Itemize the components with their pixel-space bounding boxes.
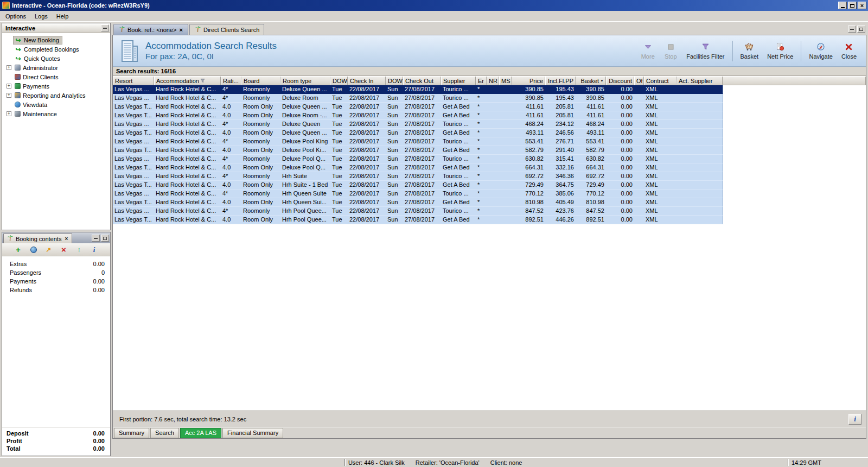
maximize-button[interactable] — [848, 2, 857, 9]
table-row[interactable]: Las Vegas ...Hard Rock Hotel & C...4*Roo… — [113, 155, 723, 163]
cell-contract: XML — [644, 120, 676, 128]
column-header-basket[interactable]: Basket▼ — [576, 77, 606, 85]
booking-summary-label: Deposit — [7, 430, 28, 437]
minimize-document-button[interactable] — [848, 26, 856, 33]
sidebar-item-completed-bookings[interactable]: ↪Completed Bookings — [3, 45, 109, 54]
promote-icon[interactable]: ↑ — [74, 245, 84, 254]
table-row[interactable]: Las Vegas ...Hard Rock Hotel & C...4*Roo… — [113, 172, 723, 181]
sidebar-item-quick-quotes[interactable]: ↪Quick Quotes — [3, 54, 109, 63]
column-header-check-in[interactable]: Check In — [348, 77, 386, 85]
table-row[interactable]: Las Vegas ...Hard Rock Hotel & C...4*Roo… — [113, 94, 723, 103]
cell-dow: Sun — [386, 103, 403, 111]
view-tab-acc-2a-las[interactable]: Acc 2A LAS — [180, 428, 221, 438]
column-header-check-out[interactable]: Check Out — [403, 77, 441, 85]
column-header-incl-fl-pp[interactable]: Incl.Fl.PP — [545, 77, 576, 85]
menu-options[interactable]: Options — [1, 12, 30, 21]
cell-resort: Las Vegas ... — [113, 85, 154, 93]
restore-booking-panel-button[interactable] — [101, 235, 109, 242]
cell-contract: XML — [644, 198, 676, 206]
table-row[interactable]: Las Vegas T...Hard Rock Hotel & C...4.0R… — [113, 216, 723, 224]
close-booking-panel-icon[interactable]: × — [63, 236, 69, 242]
table-row[interactable]: Las Vegas T...Hard Rock Hotel & C...4.0R… — [113, 111, 723, 120]
column-header-dow[interactable]: DOW — [330, 77, 348, 85]
view-tab-summary[interactable]: Summary — [114, 428, 149, 438]
add-icon[interactable]: + — [14, 245, 23, 254]
info-button[interactable]: i — [848, 414, 861, 425]
cell-incl-fl-pp: 385.06 — [545, 190, 576, 198]
cell-discount: 0.00 — [606, 120, 634, 128]
tab-booking-contents[interactable]: Booking contents × — [3, 234, 72, 243]
column-header-nr[interactable]: NR — [487, 77, 499, 85]
column-header-of[interactable]: Of — [634, 77, 644, 85]
sidebar-item-viewdata[interactable]: Viewdata — [3, 100, 109, 109]
toolbar-button-label: Close — [841, 53, 857, 60]
basket-button[interactable]: Basket — [737, 39, 763, 64]
column-header-ms[interactable]: MS — [499, 77, 512, 85]
navigate-button[interactable]: Navigate — [805, 39, 836, 64]
table-row[interactable]: Las Vegas ...Hard Rock Hotel & C...4*Roo… — [113, 207, 723, 216]
table-row[interactable]: Las Vegas ...Hard Rock Hotel & C...4*Roo… — [113, 120, 723, 129]
table-row[interactable]: Las Vegas ...Hard Rock Hotel & C...4*Roo… — [113, 137, 723, 146]
column-header-accommodation[interactable]: Accommodation — [154, 77, 221, 85]
sidebar-item-reporting-and-analytics[interactable]: +Reporting and Analytics — [3, 91, 109, 100]
cell-ms — [499, 181, 512, 189]
column-header-supplier[interactable]: Supplier — [441, 77, 476, 85]
collapse-panel-button[interactable] — [101, 24, 109, 31]
view-tab-search[interactable]: Search — [150, 428, 179, 438]
cell-check-out: 27/08/2017 — [403, 111, 441, 119]
sidebar-item-maintenance[interactable]: +Maintenance — [3, 109, 109, 118]
table-row[interactable]: Las Vegas T...Hard Rock Hotel & C...4.0R… — [113, 146, 723, 155]
column-header-price[interactable]: Price — [512, 77, 545, 85]
column-header-contract[interactable]: Contract — [644, 77, 676, 85]
table-row[interactable]: Las Vegas T...Hard Rock Hotel & C...4.0R… — [113, 198, 723, 207]
restore-document-button[interactable] — [857, 26, 865, 33]
filter-icon[interactable] — [200, 78, 205, 84]
cell-check-out: 27/08/2017 — [403, 120, 441, 128]
minimize-button[interactable] — [838, 2, 847, 9]
table-row[interactable]: Las Vegas T...Hard Rock Hotel & C...4.0R… — [113, 181, 723, 190]
minimize-booking-panel-button[interactable] — [92, 235, 100, 242]
menu-logs[interactable]: Logs — [30, 12, 52, 21]
cell-accommodation: Hard Rock Hotel & C... — [154, 190, 221, 198]
column-header-board[interactable]: Board — [241, 77, 280, 85]
close-tab-icon[interactable]: × — [179, 27, 183, 33]
column-header-room-type[interactable]: Room type — [280, 77, 330, 85]
table-row[interactable]: Las Vegas T...Hard Rock Hotel & C...4.0R… — [113, 163, 723, 172]
expand-icon[interactable]: + — [7, 111, 11, 116]
close-window-button[interactable]: × — [858, 2, 866, 9]
world-icon[interactable] — [29, 245, 39, 254]
column-header-act-supplier[interactable]: Act. Supplier — [676, 77, 723, 85]
nett-price-button[interactable]: Nett Price — [763, 39, 797, 64]
table-row[interactable]: Las Vegas ...Hard Rock Hotel & C...4*Roo… — [113, 190, 723, 198]
search-status-row: First portion: 7.6 sec, total search tim… — [113, 411, 866, 427]
sidebar-item-new-booking[interactable]: ↪New Booking — [3, 35, 109, 45]
sidebar-item-direct-clients[interactable]: Direct Clients — [3, 72, 109, 81]
expand-icon[interactable]: + — [7, 65, 11, 70]
expand-icon[interactable]: + — [7, 93, 11, 98]
cell-rati: 4.0 — [221, 198, 241, 206]
info-icon[interactable]: i — [90, 245, 99, 254]
menu-help[interactable]: Help — [52, 12, 73, 21]
column-header-dow[interactable]: DOW — [386, 77, 403, 85]
close-button[interactable]: Close — [838, 39, 860, 64]
table-row[interactable]: Las Vegas T...Hard Rock Hotel & C...4.0R… — [113, 129, 723, 137]
booking-arrow-icon: ↪ — [15, 46, 22, 53]
cell-incl-fl-pp: 234.12 — [545, 120, 576, 128]
tab-book-ref-none[interactable]: Book. ref.: <none>× — [113, 24, 188, 35]
column-header-er[interactable]: Er — [476, 77, 487, 85]
view-tab-financial-summary[interactable]: Financial Summary — [222, 428, 283, 438]
column-header-discount[interactable]: Discount — [606, 77, 634, 85]
transfer-icon[interactable]: ↗ — [44, 245, 54, 254]
expand-icon[interactable]: + — [7, 84, 11, 89]
facilities-filter-button[interactable]: Facilities Filter — [682, 39, 728, 64]
cell-board: Roomonly — [241, 120, 280, 128]
column-header-resort[interactable]: Resort — [113, 77, 154, 85]
cell-resort: Las Vegas T... — [113, 216, 154, 224]
sidebar-item-payments[interactable]: +Payments — [3, 81, 109, 91]
delete-icon[interactable]: × — [59, 245, 69, 254]
sidebar-item-administrator[interactable]: +Administrator — [3, 63, 109, 72]
table-row[interactable]: Las Vegas T...Hard Rock Hotel & C...4.0R… — [113, 103, 723, 111]
table-row[interactable]: Las Vegas ...Hard Rock Hotel & C...4*Roo… — [113, 85, 723, 94]
column-header-rati[interactable]: Rati... — [221, 77, 241, 85]
tab-direct-clients-search[interactable]: Direct Clients Search — [189, 24, 264, 35]
